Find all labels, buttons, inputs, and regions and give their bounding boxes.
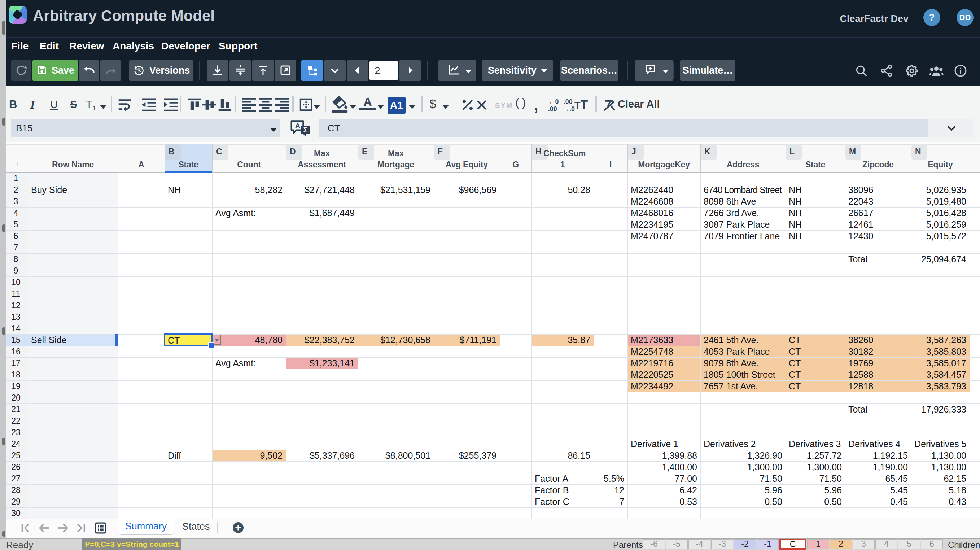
svg-text:.00: .00 [548, 105, 557, 112]
svg-text:→.0: →.0 [563, 105, 575, 112]
svg-text:Σ: Σ [304, 126, 308, 134]
svg-text:.00: .00 [563, 98, 573, 105]
svg-text:A: A [295, 122, 300, 130]
svg-text:←0: ←0 [549, 98, 559, 105]
